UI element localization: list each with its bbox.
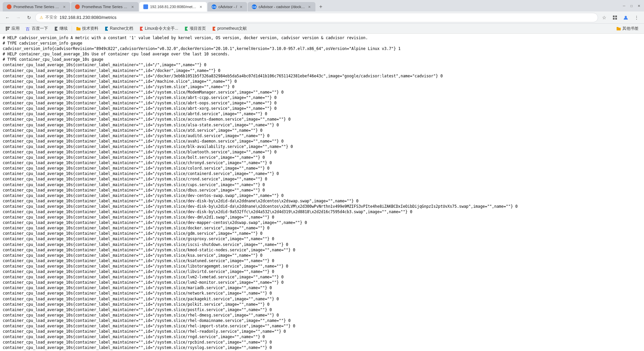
back-button[interactable]: ← [3,13,12,22]
bookmark-linux-label: Linux命令大全手... [145,26,178,31]
address-bar[interactable]: ⚠ 不安全 192.168.81.230:8080/metrics [35,13,598,22]
tab-1[interactable]: Prometheus Time Series Colle... ✕ [3,2,70,11]
maximize-button[interactable]: □ [629,3,634,8]
window-controls: ─ □ ✕ [622,3,641,8]
tab-1-favicon [7,4,11,9]
extensions-button[interactable] [610,13,620,22]
bookmark-star-button[interactable]: ☆ [599,13,609,22]
bookmark-linux[interactable]: Linux命令大全手... [137,25,181,32]
tab-2-title: Prometheus Time Series Colle... [82,5,128,9]
main-content[interactable]: # HELP cadvisor_version_info A metric wi… [0,34,644,351]
bookmark-rancher-label: Rancher文档 [110,26,133,31]
bookmark-apps-label: 应用 [11,26,20,31]
profile-button[interactable] [621,13,630,22]
tab-3-close[interactable]: ✕ [199,4,203,9]
metrics-content: # HELP cadvisor_version_info A metric wi… [3,35,641,351]
svg-rect-10 [6,30,7,31]
bookmark-baidu[interactable]: 百 百度一下 [23,25,51,32]
security-icon: ⚠ [40,15,43,20]
bookmark-prometheus-label: prometheus文献 [217,26,247,31]
bookmark-others[interactable]: 其他书签 [614,25,641,32]
tab-2[interactable]: Prometheus Time Series Colle... ✕ [71,2,139,11]
tab-4-close[interactable]: ✕ [239,4,243,9]
forward-button[interactable]: → [14,13,23,22]
tab-3-title: 192.168.81.230:8080/metrics [150,5,197,9]
svg-rect-9 [7,28,9,30]
nav-actions: ☆ ⋮ [599,13,641,22]
tab-5-close[interactable]: ✕ [307,4,311,9]
bookmark-project[interactable]: 项目首页 [182,25,209,32]
bookmark-prometheus[interactable]: prometheus文献 [209,25,249,32]
svg-text:百: 百 [26,27,30,31]
tab-1-close[interactable]: ✕ [62,4,66,9]
svg-rect-8 [6,28,7,30]
tab-5-title: cAdvisor - cadvisor (/docker/c... [259,5,305,9]
bookmark-others-label: 其他书签 [622,26,639,31]
bookmarks-bar: 应用 百 百度一下 继续 技术资料 Rancher文档 Linux命令大全手..… [0,24,644,34]
svg-rect-5 [6,27,7,28]
tab-5[interactable]: CA cAdvisor - cadvisor (/docker/c... ✕ [248,2,315,11]
minimize-button[interactable]: ─ [622,3,626,8]
security-label: 不安全 [45,15,57,20]
bookmark-continue-label: 继续 [59,26,68,31]
bookmark-tech[interactable]: 技术资料 [73,25,101,32]
new-tab-button[interactable]: + [316,2,326,11]
bookmark-tech-label: 技术资料 [82,26,98,31]
tab-2-close[interactable]: ✕ [130,4,135,9]
tab-1-title: Prometheus Time Series Colle... [14,5,60,9]
tab-3-favicon [143,4,148,9]
tabs-container: Prometheus Time Series Colle... ✕ Promet… [3,0,622,11]
tab-3[interactable]: 192.168.81.230:8080/metrics ✕ [139,2,207,11]
navigation-bar: ← → ↻ ⚠ 不安全 192.168.81.230:8080/metrics … [0,11,644,24]
refresh-button[interactable]: ↻ [24,13,34,22]
menu-button[interactable]: ⋮ [632,13,641,22]
tab-4-favicon: CA [212,4,216,9]
svg-rect-3 [615,18,617,20]
address-text: 192.168.81.230:8080/metrics [59,15,594,20]
svg-rect-2 [613,18,615,20]
bookmark-continue[interactable]: 继续 [51,25,70,32]
tab-4-title: cAdvisor - / [218,5,237,9]
bookmark-baidu-label: 百度一下 [32,26,48,31]
svg-rect-0 [613,16,615,17]
svg-rect-1 [615,16,617,17]
tab-4[interactable]: CA cAdvisor - / ✕ [208,2,247,11]
bookmark-separator-1 [72,26,72,31]
close-button[interactable]: ✕ [637,3,641,8]
svg-rect-6 [7,27,9,28]
bookmark-project-label: 项目首页 [190,26,206,31]
bookmark-rancher[interactable]: Rancher文档 [102,25,136,32]
bookmark-apps[interactable]: 应用 [3,25,22,32]
title-bar: Prometheus Time Series Colle... ✕ Promet… [0,0,644,11]
tab-5-favicon: CA [252,4,257,9]
tab-2-favicon [75,4,80,9]
svg-rect-7 [9,27,10,28]
